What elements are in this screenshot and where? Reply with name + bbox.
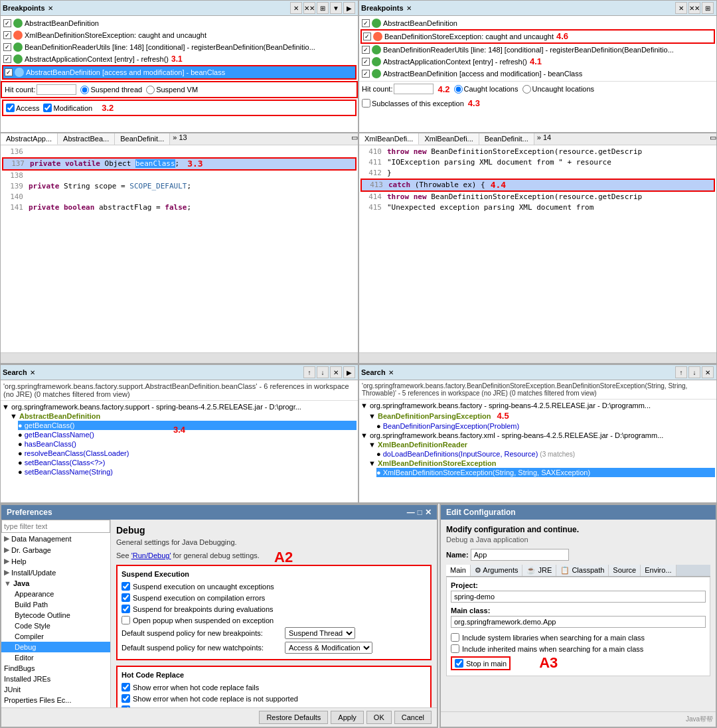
sidebar-item-dr-garbage[interactable]: ▶Dr. Garbage	[1, 544, 110, 555]
sidebar-item-java[interactable]: ▼Java	[1, 578, 110, 589]
name-input[interactable]	[471, 549, 569, 561]
project-input[interactable]	[451, 591, 706, 603]
bp-item[interactable]: BeanDefinitionReaderUtils [line: 148] [c…	[2, 41, 357, 53]
sidebar-item-bytecode[interactable]: Bytecode Outline	[1, 610, 110, 620]
sidebar-item-editor[interactable]: Editor	[1, 652, 110, 663]
code-editor-right[interactable]: 410 throw new BeanDefinitionStoreExcepti…	[359, 145, 716, 352]
search-run-button[interactable]: ▶	[343, 366, 355, 378]
sidebar-item-data-management[interactable]: ▶Data Management	[1, 533, 110, 544]
show-bp-button[interactable]: ⊞	[317, 2, 329, 14]
sidebar-item-properties[interactable]: Properties Files Ec...	[1, 695, 110, 705]
search-result-item-r7[interactable]: ▼ XmlBeanDefinitionStoreException	[368, 459, 715, 468]
tab-jre[interactable]: ☕ JRE	[522, 565, 556, 576]
sidebar-item-installed-jres[interactable]: Installed JREs	[1, 674, 110, 684]
hcr-notsupported-checkbox[interactable]	[121, 694, 130, 703]
tab-main[interactable]: Main	[446, 565, 471, 576]
bp-item-r4[interactable]: AbstractApplicationContext [entry] - ref…	[360, 56, 715, 68]
tab-beandefinit-r[interactable]: BeanDefinit...	[479, 133, 534, 145]
search-next-right-button[interactable]: ↓	[688, 366, 700, 378]
evaluations-checkbox[interactable]	[121, 605, 130, 613]
expand-bp-button[interactable]: ▶	[343, 2, 355, 14]
cancel-button[interactable]: Cancel	[394, 711, 432, 724]
search-result-item-r3[interactable]: ● BeanDefinitionParsingException(Problem…	[376, 421, 715, 431]
close-prefs-button[interactable]: ✕	[425, 508, 432, 517]
tab-beandefinit[interactable]: BeanDefinit...	[115, 133, 170, 145]
bp-checkbox-r3[interactable]	[362, 46, 370, 54]
bp-checkbox[interactable]	[5, 68, 13, 76]
hitcount-input[interactable]	[37, 84, 76, 95]
suspend-thread-radio[interactable]	[80, 86, 89, 94]
close-icon[interactable]: ✕	[48, 5, 53, 12]
sidebar-item-junit[interactable]: JUnit	[1, 684, 110, 695]
remove-all-bp-button[interactable]: ✕✕	[303, 2, 315, 14]
tab-abstractbea[interactable]: AbstractBea...	[58, 133, 115, 145]
bp-item-r1[interactable]: AbstractBeanDefinition	[360, 17, 715, 29]
search-result-item[interactable]: ● hasBeanClass()	[18, 439, 357, 449]
minimize-prefs-button[interactable]: —	[407, 508, 415, 517]
tab-arguments[interactable]: ⚙ Arguments	[471, 565, 523, 576]
close-icon-right[interactable]: ✕	[406, 5, 412, 12]
sidebar-item-build-path[interactable]: Build Path	[1, 599, 110, 610]
remove-all-bp-right-button[interactable]: ✕✕	[688, 2, 700, 14]
bp-checkbox[interactable]	[3, 19, 11, 27]
hcr-fails-checkbox[interactable]	[121, 683, 130, 692]
default-bp-select[interactable]: Suspend Thread Suspend VM	[285, 627, 355, 639]
access-checkbox[interactable]	[6, 104, 15, 112]
search-prev-right-button[interactable]: ↑	[675, 366, 687, 378]
sidebar-item-help[interactable]: ▶Help	[1, 555, 110, 567]
remove-bp-right-button[interactable]: ✕	[675, 2, 687, 14]
tab-environment[interactable]: Enviro...	[641, 565, 676, 576]
search-result-item[interactable]: ● setBeanClass(Class<?>)	[18, 458, 357, 467]
search-result-item[interactable]: ● setBeanClassName(String)	[18, 467, 357, 476]
sidebar-item-debug[interactable]: Debug	[1, 642, 110, 652]
tab-xmlbeandefinition[interactable]: XmlBeanDefi...	[359, 133, 419, 145]
search-result-item[interactable]: ▼ AbstractBeanDefinition	[10, 411, 357, 421]
default-wp-select[interactable]: Access & Modification Access Modificatio…	[285, 642, 372, 654]
search-result-item-r6[interactable]: ● doLoadBeanDefinitions(InputSource, Res…	[376, 449, 715, 459]
search-next-button[interactable]: ↓	[317, 366, 329, 378]
close-icon-sr[interactable]: ✕	[388, 369, 394, 376]
search-result-item[interactable]: ● resolveBeanClass(ClassLoader)	[18, 449, 357, 458]
code-editor-left[interactable]: 136 137 private volatile Object beanClas…	[1, 145, 358, 352]
search-result-item[interactable]: ▼ org.springframework.beans.factory.supp…	[2, 402, 357, 411]
suspend-vm-radio-r[interactable]	[522, 85, 531, 94]
show-bp-right-button[interactable]: ⊞	[702, 2, 714, 14]
minimize-editor-right-button[interactable]: ▭	[710, 133, 716, 145]
search-prev-button[interactable]: ↑	[303, 366, 315, 378]
sidebar-item-appearance[interactable]: Appearance	[1, 589, 110, 599]
bp-checkbox[interactable]	[3, 43, 11, 51]
tab-source[interactable]: Source	[609, 565, 641, 576]
collapse-bp-button[interactable]: ▼	[330, 2, 342, 14]
apply-button[interactable]: Apply	[331, 711, 364, 724]
hitcount-input-right[interactable]	[394, 84, 434, 94]
bp-checkbox-r1[interactable]	[362, 19, 370, 27]
sidebar-item-findbugs[interactable]: FindBugs	[1, 663, 110, 674]
mainclass-input[interactable]	[451, 616, 706, 628]
sidebar-item-compiler[interactable]: Compiler	[1, 631, 110, 642]
restore-defaults-button[interactable]: Restore Defaults	[259, 711, 328, 724]
bp-item-r2[interactable]: BeanDefinitionStoreException: caught and…	[360, 29, 715, 44]
search-result-item-r5[interactable]: ▼ XmlBeanDefinitionReader	[368, 440, 715, 449]
bp-checkbox-r2[interactable]	[363, 33, 371, 40]
scrollbar-left-editor[interactable]	[1, 352, 358, 363]
tab-classpath[interactable]: 📋 Classpath	[556, 565, 609, 576]
popup-checkbox[interactable]	[121, 616, 130, 624]
scrollbar-right-editor[interactable]	[359, 352, 716, 363]
close-icon-sl[interactable]: ✕	[30, 369, 35, 376]
modification-checkbox[interactable]	[43, 104, 52, 112]
bp-checkbox[interactable]	[3, 31, 11, 39]
remove-bp-button[interactable]: ✕	[290, 2, 302, 14]
rundebug-link[interactable]: 'Run/Debug'	[131, 551, 171, 559]
sidebar-item-code-style[interactable]: Code Style	[1, 620, 110, 631]
suspend-vm-radio[interactable]	[146, 86, 155, 94]
search-result-item-r8[interactable]: ● XmlBeanDefinitionStoreException(String…	[376, 468, 715, 477]
uncaught-checkbox[interactable]	[121, 582, 130, 591]
bp-item-r3[interactable]: BeanDefinitionReaderUtils [line: 148] [c…	[360, 44, 715, 56]
bp-checkbox[interactable]	[3, 55, 11, 63]
ok-button[interactable]: OK	[366, 711, 392, 724]
bp-item[interactable]: XmlBeanDefinitionStoreException: caught …	[2, 29, 357, 41]
search-result-item-r1[interactable]: ▼ org.springframework.beans.factory - sp…	[360, 401, 715, 410]
compilation-checkbox[interactable]	[121, 593, 130, 602]
maximize-prefs-button[interactable]: □	[418, 508, 422, 517]
bp-checkbox-r4[interactable]	[362, 58, 370, 66]
